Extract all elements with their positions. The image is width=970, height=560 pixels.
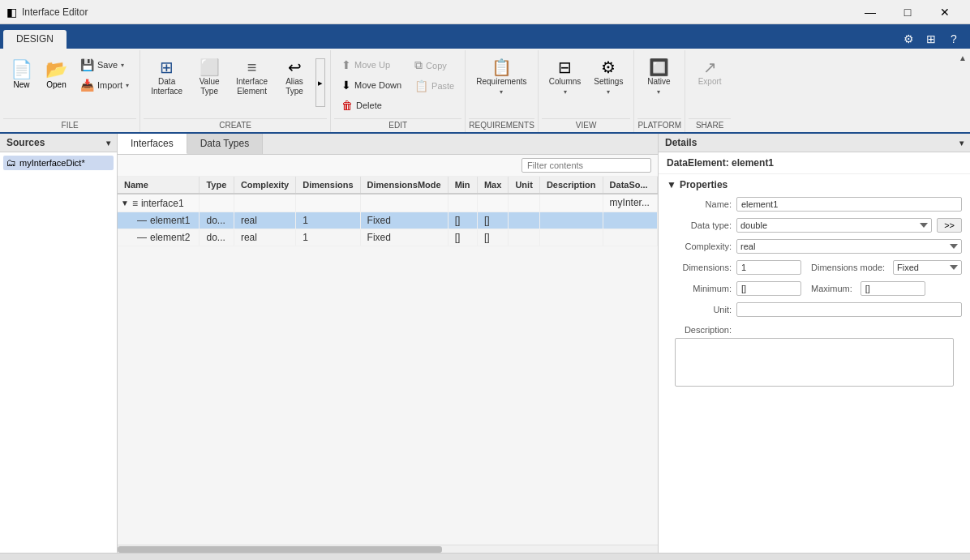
ribbon-group-create: ⊞ DataInterface ⬜ ValueType ≡ InterfaceE…	[140, 50, 331, 132]
settings-button[interactable]: ⚙ Settings ▾	[588, 55, 629, 98]
tab-data-types[interactable]: Data Types	[187, 134, 263, 154]
alias-type-icon: ↩	[288, 59, 302, 75]
ribbon-group-share-label: SHARE	[689, 118, 731, 132]
maximize-button[interactable]: □	[889, 0, 926, 24]
row-complexity: real	[234, 212, 295, 229]
content-tabs: Interfaces Data Types	[118, 134, 658, 155]
minimize-button[interactable]: —	[852, 0, 889, 24]
table-row[interactable]: — element1 do...real1Fixed[][]	[118, 212, 658, 229]
value-type-button[interactable]: ⬜ ValueType	[190, 55, 229, 99]
ribbon-group-edit-content: ⬆ Move Up ⬇ Move Down 🗑 Delete ⧉ Copy	[334, 52, 461, 118]
col-type: Type	[200, 177, 234, 194]
details-element-title: DataElement: element1	[659, 152, 970, 174]
create-more-button[interactable]: ▸	[315, 58, 325, 107]
value-type-icon: ⬜	[200, 59, 220, 75]
requirements-button[interactable]: 📋 Requirements ▾	[470, 55, 532, 98]
prop-min-input[interactable]	[736, 281, 801, 296]
save-dropdown-arrow[interactable]: ▾	[121, 62, 124, 69]
content-area: Interfaces Data Types Name Type Complexi…	[118, 134, 658, 553]
alias-type-button[interactable]: ↩ AliasType	[275, 55, 314, 99]
tab-interfaces[interactable]: Interfaces	[118, 134, 187, 154]
window-controls: — □ ✕	[852, 0, 964, 24]
paste-icon: 📋	[414, 79, 428, 92]
move-down-button[interactable]: ⬇ Move Down	[336, 75, 407, 95]
app-icon: ◧	[6, 6, 17, 19]
ribbon-group-share: ↗ Export SHARE	[685, 50, 734, 132]
prop-datatype-btn[interactable]: >>	[937, 218, 962, 233]
import-dropdown-arrow[interactable]: ▾	[126, 82, 129, 89]
ribbon-group-view: ⊟ Columns ▾ ⚙ Settings ▾ VIEW	[539, 50, 635, 132]
source-item-myinterfacedict[interactable]: 🗂 myInterfaceDict*	[3, 156, 114, 170]
prop-max-input[interactable]	[861, 281, 925, 296]
row-unit	[509, 194, 540, 212]
ribbon-group-platform-label: PLATFORM	[637, 118, 681, 132]
interface-table[interactable]: Name Type Complexity Dimensions Dimensio…	[118, 177, 658, 545]
prop-unit-label: Unit:	[667, 305, 732, 314]
delete-icon: 🗑	[341, 99, 353, 112]
prop-dimensions-mode-select[interactable]: Fixed Variable	[893, 260, 962, 275]
col-complexity: Complexity	[234, 177, 295, 194]
row-name: interface1	[141, 198, 184, 209]
ribbon-layout-btn[interactable]: ⊞	[921, 29, 941, 49]
export-button[interactable]: ↗ Export	[690, 55, 729, 89]
sources-panel: Sources ▾ 🗂 myInterfaceDict*	[0, 134, 118, 553]
copy-button[interactable]: ⧉ Copy	[409, 55, 460, 75]
prop-name-label: Name:	[667, 199, 732, 209]
data-interface-icon: ⊞	[160, 59, 174, 75]
ribbon-group-requirements-content: 📋 Requirements ▾	[469, 52, 534, 118]
prop-name-input[interactable]	[736, 197, 962, 212]
col-datasource: DataSo...	[603, 177, 657, 194]
tab-design[interactable]: DESIGN	[3, 30, 67, 49]
open-button[interactable]: 📂 Open	[40, 55, 73, 93]
col-max: Max	[477, 177, 509, 194]
details-expand-btn[interactable]: ▾	[959, 139, 964, 147]
filter-input[interactable]	[521, 158, 651, 173]
table-row[interactable]: — element2 do...real1Fixed[][]	[118, 229, 658, 246]
expand-arrow[interactable]: ▼	[121, 199, 129, 207]
prop-datatype-select[interactable]: double	[736, 218, 932, 233]
sources-header: Sources ▾	[0, 134, 117, 152]
prop-minmax-row: Minimum: Maximum:	[667, 281, 962, 296]
ribbon-group-requirements-label: REQUIREMENTS	[469, 118, 534, 132]
ribbon-group-platform-content: 🔲 Native ▾	[637, 52, 681, 118]
prop-datatype-label: Data type:	[667, 220, 732, 230]
import-button[interactable]: 📥 Import ▾	[75, 75, 135, 95]
ribbon-group-edit-label: EDIT	[334, 118, 461, 132]
interface-element-icon: ≡	[247, 59, 257, 75]
interface-element-button[interactable]: ≡ InterfaceElement	[230, 55, 273, 99]
prop-description-row: Description:	[667, 323, 962, 335]
delete-button[interactable]: 🗑 Delete	[336, 96, 407, 115]
prop-description-label: Description:	[667, 323, 732, 335]
data-table: Name Type Complexity Dimensions Dimensio…	[118, 177, 658, 246]
sources-tree: 🗂 myInterfaceDict*	[0, 152, 117, 553]
prop-unit-input[interactable]	[736, 302, 962, 317]
move-up-button[interactable]: ⬆ Move Up	[336, 55, 407, 75]
row-min: []	[448, 229, 477, 246]
collapse-arrow[interactable]: ▼	[667, 179, 676, 190]
prop-dimensions-input[interactable]	[736, 260, 801, 275]
requirements-icon: 📋	[491, 59, 512, 75]
prop-description-textarea[interactable]	[675, 338, 954, 387]
h-scrollbar-thumb[interactable]	[118, 546, 442, 553]
prop-complexity-select[interactable]: real complex	[736, 239, 962, 254]
row-type: do...	[200, 229, 234, 246]
native-dropdown-arrow: ▾	[657, 88, 660, 96]
save-button[interactable]: 💾 Save ▾	[75, 55, 135, 75]
ribbon: 📄 New 📂 Open 💾 Save ▾ 📥 Import ▾	[0, 49, 970, 134]
h-scrollbar[interactable]	[118, 545, 658, 553]
col-dimensions: Dimensions	[296, 177, 360, 194]
sources-expand-btn[interactable]: ▾	[106, 139, 110, 147]
prop-datatype-row: Data type: double >>	[667, 218, 962, 233]
table-row[interactable]: ▼ ≡ interface1 myInter...	[118, 194, 658, 212]
row-dimensionsmode: Fixed	[360, 229, 448, 246]
ribbon-help-btn[interactable]: ?	[944, 29, 964, 49]
ribbon-settings-btn[interactable]: ⚙	[899, 29, 918, 49]
data-interface-button[interactable]: ⊞ DataInterface	[145, 55, 188, 99]
ribbon-expand[interactable]: ▲	[955, 50, 970, 132]
row-description	[539, 194, 603, 212]
columns-button[interactable]: ⊟ Columns ▾	[543, 55, 586, 98]
paste-button[interactable]: 📋 Paste	[409, 76, 460, 96]
close-button[interactable]: ✕	[926, 0, 964, 24]
native-button[interactable]: 🔲 Native ▾	[639, 55, 678, 98]
new-button[interactable]: 📄 New	[5, 55, 38, 93]
